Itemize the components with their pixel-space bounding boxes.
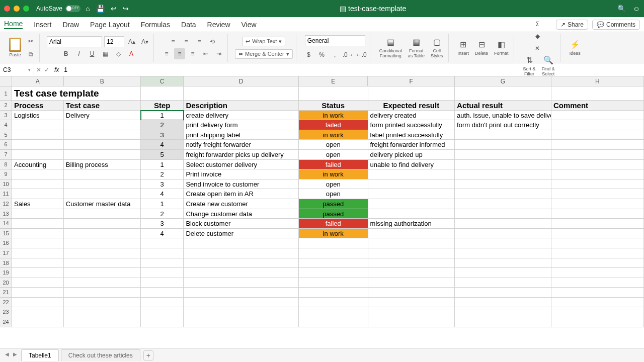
cell[interactable] [455,189,551,199]
cell[interactable]: freight forwarder picks up delivery [184,150,299,160]
cell[interactable] [64,209,141,219]
cell[interactable] [368,317,455,327]
cell[interactable] [12,189,64,199]
conditional-formatting-button[interactable]: ▤Conditional Formatting [377,37,404,59]
border-button[interactable]: ▦ [100,48,111,59]
tab-draw[interactable]: Draw [62,21,79,29]
cell[interactable] [455,169,551,179]
cell[interactable]: Change customer data [184,209,299,219]
clear-icon[interactable]: ✕ [532,43,543,54]
cell[interactable]: in work [299,169,368,179]
cell[interactable]: 3 [141,219,184,229]
row-header-4[interactable]: 4 [0,120,12,130]
cell[interactable] [368,199,455,209]
orientation-icon[interactable]: ⟲ [207,36,218,47]
cell[interactable]: 3 [141,179,184,190]
cell[interactable] [299,268,368,278]
cell[interactable] [64,288,141,298]
cell[interactable] [455,248,551,258]
cell[interactable] [12,140,64,150]
wrap-text-button[interactable]: ↩ Wrap Text ▾ [242,37,285,46]
cell[interactable]: notify freight forwarder [184,140,299,150]
cell[interactable]: 1 [141,111,184,121]
cell[interactable] [455,150,551,160]
cell[interactable]: label printed successfully [368,130,455,140]
cell[interactable] [551,248,644,258]
cell[interactable] [64,169,141,179]
increase-decimal-icon[interactable]: .0→ [343,49,354,60]
cell[interactable] [64,278,141,288]
row-header-21[interactable]: 21 [0,288,12,298]
row-header-16[interactable]: 16 [0,238,12,248]
cell[interactable] [551,238,644,248]
add-sheet-button[interactable]: + [143,350,153,360]
cell[interactable] [551,307,644,317]
row-header-1[interactable]: 1 [0,86,12,101]
row-header-11[interactable]: 11 [0,189,12,199]
autosum-icon[interactable]: Σ [532,19,543,30]
row-header-6[interactable]: 6 [0,140,12,150]
cell[interactable] [299,86,368,101]
cell[interactable]: 1 [141,160,184,170]
cell[interactable] [368,278,455,288]
col-header-H[interactable]: H [551,76,644,86]
cell[interactable] [455,160,551,170]
merge-center-button[interactable]: ⬌ Merge & Center ▾ [235,49,293,59]
cell[interactable]: open [299,179,368,190]
header-cell[interactable]: Status [299,101,368,111]
row-header-19[interactable]: 19 [0,268,12,278]
cell[interactable] [184,317,299,327]
col-header-D[interactable]: D [184,76,299,86]
insert-cells-button[interactable]: ⊞Insert [456,39,471,56]
cell[interactable] [455,219,551,229]
cell[interactable] [551,298,644,308]
cell[interactable] [455,140,551,150]
cell[interactable] [455,317,551,327]
formula-input[interactable]: 1 [62,66,644,73]
cell[interactable] [455,209,551,219]
cell[interactable]: 4 [141,189,184,199]
cell[interactable]: 4 [141,229,184,239]
cell[interactable] [368,179,455,190]
cell[interactable] [141,248,184,258]
cell[interactable] [12,229,64,239]
cell[interactable] [12,219,64,229]
cell[interactable]: Create open item in AR [184,189,299,199]
autosave-toggle[interactable] [65,5,80,12]
cell[interactable] [299,288,368,298]
tab-home[interactable]: Home [4,20,23,29]
sort-filter-button[interactable]: ⇅Sort & Filter [521,55,538,77]
find-select-button[interactable]: 🔍Find & Select [540,55,557,77]
close-icon[interactable] [4,6,10,12]
align-left-icon[interactable]: ≡ [161,48,172,59]
cell[interactable]: failed [299,160,368,170]
paste-button[interactable]: Paste [7,38,23,58]
cell[interactable] [12,209,64,219]
col-header-B[interactable]: B [64,76,141,86]
currency-icon[interactable]: $ [303,49,314,60]
cell[interactable]: open [299,140,368,150]
row-header-20[interactable]: 20 [0,278,12,288]
cell[interactable]: delivery created [368,111,455,121]
cell[interactable] [551,258,644,268]
select-all-corner[interactable] [0,76,12,86]
cell[interactable] [368,307,455,317]
header-cell[interactable]: Process [12,101,64,111]
row-header-24[interactable]: 24 [0,317,12,327]
cell[interactable] [551,268,644,278]
cell[interactable]: freight forwarder informed [368,140,455,150]
cell[interactable] [64,258,141,268]
cell[interactable]: Delete customer [184,229,299,239]
save-icon[interactable]: 💾 [96,5,105,13]
comma-icon[interactable]: , [330,49,341,60]
decrease-decimal-icon[interactable]: ←.0 [356,49,367,60]
header-cell[interactable]: Comment [551,101,644,111]
cell[interactable] [12,169,64,179]
cell[interactable] [299,317,368,327]
cell[interactable] [12,238,64,248]
cell[interactable] [455,199,551,209]
cell[interactable] [455,238,551,248]
cell[interactable]: failed [299,219,368,229]
cell[interactable] [368,258,455,268]
cell[interactable] [551,86,644,101]
